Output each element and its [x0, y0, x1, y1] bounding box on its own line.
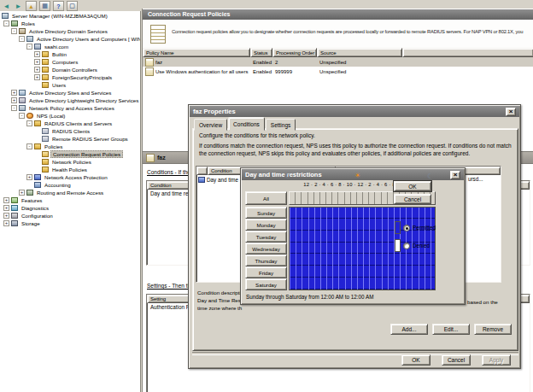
- policy-status-cell: Enabled: [250, 60, 272, 65]
- tree-expander-icon[interactable]: -: [26, 44, 32, 50]
- details-conditions-heading: Conditions - If the: [147, 169, 190, 175]
- tuesday-row-button[interactable]: Tuesday: [245, 231, 287, 243]
- forward-icon[interactable]: ►: [14, 2, 23, 10]
- back-icon[interactable]: ◄: [2, 2, 11, 10]
- permitted-radio[interactable]: [403, 225, 410, 231]
- tree-item[interactable]: RADIUS Clients: [0, 127, 140, 135]
- tree-expander-icon[interactable]: -: [19, 113, 25, 119]
- tree-item[interactable]: +Routing and Remote Access: [0, 189, 140, 196]
- up-folder-icon[interactable]: ▲: [26, 1, 37, 11]
- wednesday-row-button[interactable]: Wednesday: [245, 243, 287, 255]
- column-header-processing-order[interactable]: Processing Order: [272, 48, 317, 57]
- console-toolbar: ◄►▲▦?▢: [2, 1, 78, 11]
- tree-item[interactable]: -Network Policy and Access Services: [0, 104, 140, 112]
- folder-icon: [42, 159, 49, 165]
- tree-item[interactable]: Health Policies: [0, 166, 140, 173]
- all-row-button[interactable]: All: [245, 191, 287, 205]
- tree-item-label: Network Policy and Access Services: [27, 105, 116, 111]
- tree-expander-icon[interactable]: +: [19, 190, 25, 196]
- tree-item[interactable]: +Configuration: [0, 212, 140, 219]
- close-icon[interactable]: ×: [450, 171, 460, 179]
- tree-item[interactable]: +Builtin: [0, 50, 140, 58]
- tree-expander-icon[interactable]: +: [11, 97, 17, 103]
- tree-expander-icon[interactable]: -: [26, 120, 32, 126]
- ok-button[interactable]: OK: [394, 181, 431, 191]
- tree-item[interactable]: -NPS (Local): [0, 112, 140, 120]
- saturday-row-button[interactable]: Saturday: [245, 278, 287, 290]
- tree-expander-icon[interactable]: -: [11, 28, 17, 34]
- tree-expander-icon[interactable]: -: [11, 105, 17, 111]
- tree-item[interactable]: Server Manager (WIN-MZJBMA3AQUM): [0, 12, 140, 20]
- console-tree[interactable]: Server Manager (WIN-MZJBMA3AQUM)-Roles-A…: [0, 11, 141, 392]
- policy-row[interactable]: Use Windows authentication for all users…: [143, 67, 533, 76]
- tree-item[interactable]: Network Policies: [0, 158, 140, 166]
- tree-item[interactable]: Users: [0, 81, 140, 89]
- tree-expander-icon[interactable]: +: [34, 74, 40, 80]
- adds-icon: [19, 28, 26, 34]
- tree-item[interactable]: Remote RADIUS Server Groups: [0, 135, 140, 143]
- tree-expander-icon[interactable]: +: [34, 51, 40, 57]
- edit-button[interactable]: Edit...: [432, 324, 470, 335]
- window-icon[interactable]: ▦: [39, 1, 50, 11]
- policy-status-cell: Enabled: [250, 69, 272, 74]
- tree-expander-icon[interactable]: +: [3, 205, 9, 211]
- tab-overview[interactable]: Overview: [194, 119, 227, 131]
- tree-item-label: Network Policies: [50, 159, 93, 165]
- pane-description-text: Connection request policies allow you to…: [172, 29, 530, 34]
- tree-expander-icon[interactable]: -: [26, 143, 32, 149]
- tree-expander-icon[interactable]: -: [3, 20, 9, 26]
- tree-expander-icon[interactable]: -: [19, 36, 25, 42]
- tree-item[interactable]: +Network Access Protection: [0, 173, 140, 181]
- tree-item[interactable]: -RADIUS Clients and Servers: [0, 120, 140, 127]
- close-icon[interactable]: ×: [506, 108, 516, 116]
- column-header-policy-name[interactable]: Policy Name: [143, 48, 250, 57]
- tree-item[interactable]: Accounting: [0, 181, 140, 189]
- add-button[interactable]: Add...: [390, 324, 428, 335]
- column-header-source[interactable]: Source: [317, 48, 402, 57]
- tree-item[interactable]: +Computers: [0, 58, 140, 66]
- tree-item[interactable]: -Active Directory Domain Services: [0, 27, 140, 35]
- console-window-icon[interactable]: ▢: [67, 1, 78, 11]
- tree-item[interactable]: +Features: [0, 196, 140, 204]
- remove-button[interactable]: Remove: [474, 324, 512, 335]
- tree-expander-icon[interactable]: +: [26, 174, 32, 180]
- policy-name-cell: faz: [143, 58, 250, 67]
- tab-conditions[interactable]: Conditions: [228, 117, 265, 131]
- monday-row-button[interactable]: Monday: [245, 219, 287, 231]
- cancel-button[interactable]: Cancel: [394, 194, 431, 204]
- denied-label: Denied: [413, 243, 430, 249]
- tree-item[interactable]: +Storage: [0, 219, 140, 227]
- tab-settings[interactable]: Settings: [266, 119, 296, 131]
- tree-item[interactable]: +Diagnostics: [0, 204, 140, 212]
- listview-blank-header[interactable]: [196, 167, 208, 175]
- tree-item[interactable]: -Policies: [0, 143, 140, 150]
- help-icon[interactable]: ?: [53, 1, 64, 11]
- tree-item[interactable]: -saahi.com: [0, 43, 140, 50]
- folder-icon: [42, 59, 49, 65]
- ok-button[interactable]: OK: [401, 354, 430, 366]
- friday-row-button[interactable]: Friday: [245, 266, 287, 278]
- denied-radio[interactable]: [403, 243, 410, 249]
- tree-expander-icon[interactable]: +: [11, 90, 17, 96]
- tree-expander-icon[interactable]: +: [34, 67, 40, 73]
- tree-item[interactable]: -Active Directory Users and Computers [ …: [0, 35, 140, 43]
- column-header-filler[interactable]: [402, 48, 533, 57]
- apply-button[interactable]: Apply: [482, 354, 511, 366]
- tree-item[interactable]: +Active Directory Sites and Services: [0, 89, 140, 97]
- tree-item[interactable]: +Active Directory Lightweight Directory …: [0, 97, 140, 104]
- day-time-condition-icon: [198, 177, 205, 183]
- tree-expander-icon[interactable]: +: [3, 213, 9, 219]
- folder-icon: [42, 74, 49, 80]
- tree-item[interactable]: +ForeignSecurityPrincipals: [0, 73, 140, 81]
- tree-item[interactable]: -Roles: [0, 20, 140, 27]
- cancel-button[interactable]: Cancel: [442, 354, 471, 366]
- tree-item[interactable]: Connection Request Policies: [0, 150, 140, 158]
- sunday-row-button[interactable]: Sunday: [245, 207, 287, 219]
- thursday-row-button[interactable]: Thursday: [245, 255, 287, 266]
- column-header-status[interactable]: Status: [250, 48, 272, 57]
- tree-item[interactable]: +Domain Controllers: [0, 66, 140, 73]
- tree-expander-icon[interactable]: +: [3, 220, 9, 226]
- tree-expander-icon[interactable]: +: [34, 59, 40, 65]
- tree-expander-icon[interactable]: +: [3, 197, 9, 203]
- policy-row[interactable]: fazEnabled2Unspecified: [143, 57, 533, 67]
